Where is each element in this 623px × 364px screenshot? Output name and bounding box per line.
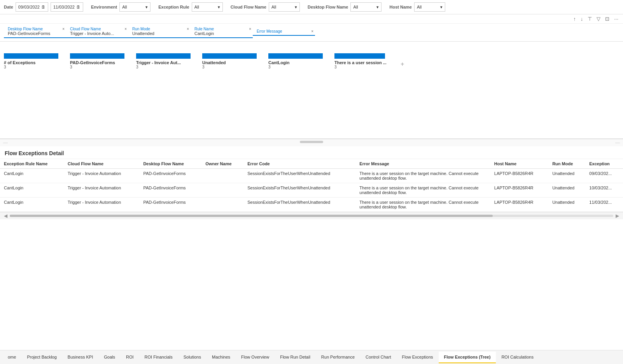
chevron-down-icon-2: ▾ bbox=[218, 5, 220, 10]
detail-table-scroll[interactable]: Exception Rule Name Cloud Flow Name Desk… bbox=[0, 159, 623, 212]
col-filter-error-message-close[interactable]: × bbox=[311, 29, 313, 33]
col-filter-cloud-flow-close[interactable]: × bbox=[124, 27, 127, 31]
sort-asc-icon[interactable]: ↑ bbox=[572, 15, 577, 23]
col-header-host-name[interactable]: Host Name bbox=[490, 159, 548, 169]
exception-rule-select[interactable]: All ▾ bbox=[192, 2, 223, 12]
col-header-exception-rule[interactable]: Exception Rule Name bbox=[0, 159, 64, 169]
tab-machines[interactable]: Machines bbox=[206, 352, 236, 363]
cell-desktop-flow: PAD-GetInvoiceForms bbox=[139, 183, 201, 198]
col-filter-rule-name-close[interactable]: × bbox=[249, 27, 251, 31]
bottom-tabs: omeProject BacklogBusiness KPIGoalsROIRO… bbox=[0, 350, 623, 364]
bar-exceptions-label: # of Exceptions bbox=[4, 60, 35, 65]
bar-group-exceptions: # of Exceptions 3 bbox=[4, 53, 70, 69]
desktop-flow-name-select[interactable]: All ▾ bbox=[350, 2, 382, 12]
cell-desktop-flow: PAD-GetInvoiceForms bbox=[139, 169, 201, 183]
col-header-owner[interactable]: Owner Name bbox=[201, 159, 243, 169]
cell-desktop-flow: PAD-GetInvoiceForms bbox=[139, 198, 201, 212]
bar-exceptions bbox=[4, 53, 58, 59]
col-filter-run-mode-label: Run Mode bbox=[132, 27, 187, 31]
filter-icon[interactable]: ▽ bbox=[596, 15, 601, 23]
cell-cloud-flow: Trigger - Invoice Automation bbox=[64, 198, 139, 212]
calendar-icon-to[interactable]: 🗓 bbox=[76, 5, 80, 9]
filter-bar: Date 09/03/2022 🗓 11/03/2022 🗓 Environme… bbox=[0, 0, 623, 14]
cell-exception-rule: CantLogin bbox=[0, 169, 64, 183]
main-container: Date 09/03/2022 🗓 11/03/2022 🗓 Environme… bbox=[0, 0, 623, 364]
bar-errormsg-count: 3 bbox=[334, 65, 337, 69]
column-filters-row: Desktop Flow Name PAD-GetInvoiceForms × … bbox=[0, 24, 623, 42]
bar-group-runmode: Unattended 3 bbox=[202, 53, 268, 69]
cloud-flow-name-select[interactable]: All ▾ bbox=[269, 2, 300, 12]
tab-flow-overview[interactable]: Flow Overview bbox=[236, 352, 275, 363]
desktop-flow-name-label: Desktop Flow Name bbox=[308, 5, 348, 9]
cloud-flow-name-value: All bbox=[271, 5, 276, 9]
date-from-input[interactable]: 09/03/2022 🗓 bbox=[16, 2, 48, 12]
environment-select[interactable]: All ▾ bbox=[119, 2, 150, 12]
detail-section-title: Flow Exceptions Detail bbox=[0, 146, 623, 159]
table-row: CantLogin Trigger - Invoice Automation P… bbox=[0, 198, 623, 212]
tab-roi[interactable]: ROI bbox=[121, 352, 139, 363]
hierarchy-icon[interactable]: ⊤ bbox=[587, 15, 593, 23]
scroll-right-indicator: — bbox=[615, 140, 620, 145]
calendar-icon-from[interactable]: 🗓 bbox=[41, 5, 46, 9]
host-name-filter-group: Host Name All ▾ bbox=[389, 2, 445, 12]
col-filter-run-mode: Run Mode Unattended × bbox=[128, 27, 191, 38]
tab-flow-exceptions-(tree)[interactable]: Flow Exceptions (Tree) bbox=[439, 352, 496, 363]
bar-group-errormsg: There is a user session ... 3 bbox=[334, 53, 401, 69]
bar-cloud-count: 3 bbox=[136, 65, 138, 69]
scroll-left-arrow[interactable]: ◀ bbox=[4, 213, 7, 219]
hscroll-thumb[interactable] bbox=[10, 215, 493, 217]
cell-host-name: LAPTOP-B5826R4R bbox=[490, 198, 548, 212]
col-header-run-mode[interactable]: Run Mode bbox=[548, 159, 585, 169]
tab-flow-run-detail[interactable]: Flow Run Detail bbox=[275, 352, 316, 363]
tab-business-kpi[interactable]: Business KPI bbox=[62, 352, 98, 363]
tab-goals[interactable]: Goals bbox=[98, 352, 121, 363]
cell-error-code: SessionExistsForTheUserWhenUnattended bbox=[243, 169, 355, 183]
copy-icon[interactable]: ⊡ bbox=[604, 15, 610, 23]
bar-rulename bbox=[268, 53, 323, 59]
chevron-down-icon-5: ▾ bbox=[440, 5, 443, 10]
date-to-input[interactable]: 11/03/2022 🗓 bbox=[51, 2, 83, 12]
tab-roi-financials[interactable]: ROI Financials bbox=[139, 352, 178, 363]
environment-value: All bbox=[122, 5, 127, 9]
tab-run-performance[interactable]: Run Performance bbox=[316, 352, 360, 363]
add-column-button[interactable]: + bbox=[401, 61, 404, 69]
col-header-desktop-flow[interactable]: Desktop Flow Name bbox=[139, 159, 201, 169]
bar-errormsg-label: There is a user session ... bbox=[334, 60, 387, 65]
col-header-error-message[interactable]: Error Message bbox=[355, 159, 490, 169]
col-filter-run-mode-close[interactable]: × bbox=[187, 27, 189, 31]
cell-cloud-flow: Trigger - Invoice Automation bbox=[64, 183, 139, 198]
tab-ome[interactable]: ome bbox=[2, 352, 21, 363]
environment-filter-group: Environment All ▾ bbox=[91, 2, 150, 12]
bar-group-desktop: PAD-GetInvoiceForms 3 bbox=[70, 53, 136, 69]
col-filter-rule-name: Rule Name CantLogin × bbox=[191, 27, 253, 38]
bar-cloud-label: Trigger - Invoice Aut... bbox=[136, 60, 181, 65]
col-header-error-code[interactable]: Error Code bbox=[243, 159, 355, 169]
scroll-right-arrow[interactable]: ▶ bbox=[616, 213, 619, 219]
more-icon[interactable]: ··· bbox=[613, 15, 619, 23]
tab-project-backlog[interactable]: Project Backlog bbox=[21, 352, 62, 363]
table-row: CantLogin Trigger - Invoice Automation P… bbox=[0, 169, 623, 183]
scroll-handle[interactable] bbox=[300, 141, 323, 143]
cell-error-message: There is a user session on the target ma… bbox=[355, 169, 490, 183]
col-filter-desktop-flow-close[interactable]: × bbox=[62, 27, 65, 31]
cell-cloud-flow: Trigger - Invoice Automation bbox=[64, 169, 139, 183]
col-header-cloud-flow[interactable]: Cloud Flow Name bbox=[64, 159, 139, 169]
cell-host-name: LAPTOP-B5826R4R bbox=[490, 169, 548, 183]
date-label: Date bbox=[4, 5, 13, 9]
environment-label: Environment bbox=[91, 5, 117, 9]
host-name-select[interactable]: All ▾ bbox=[414, 2, 445, 12]
bar-group-cloud: Trigger - Invoice Aut... 3 bbox=[136, 53, 202, 69]
chart-bars: # of Exceptions 3 PAD-GetInvoiceForms 3 … bbox=[4, 46, 619, 69]
tab-solutions[interactable]: Solutions bbox=[178, 352, 206, 363]
tab-flow-exceptions[interactable]: Flow Exceptions bbox=[396, 352, 438, 363]
col-header-exception[interactable]: Exception bbox=[585, 159, 623, 169]
cell-owner bbox=[201, 169, 243, 183]
cell-exception-rule: CantLogin bbox=[0, 183, 64, 198]
col-filter-rule-name-value: CantLogin bbox=[194, 31, 249, 36]
col-filter-desktop-flow-label: Desktop Flow Name bbox=[8, 27, 62, 31]
tab-control-chart[interactable]: Control Chart bbox=[360, 352, 396, 363]
tab-roi-calculations[interactable]: ROI Calculations bbox=[496, 352, 539, 363]
sort-desc-icon[interactable]: ↓ bbox=[580, 15, 584, 23]
exception-rule-label: Exception Rule bbox=[158, 5, 189, 9]
bar-errormsg bbox=[334, 53, 385, 59]
